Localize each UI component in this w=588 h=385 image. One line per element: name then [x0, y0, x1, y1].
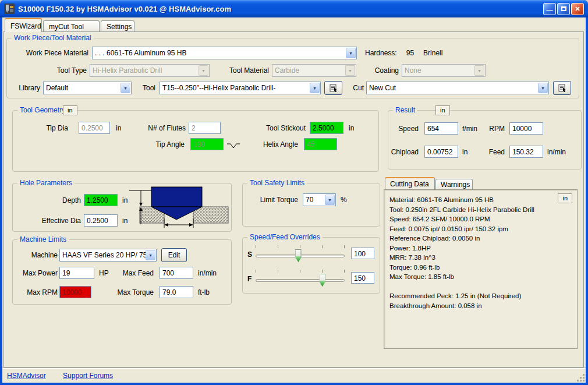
- flutes-label: N# of Flutes: [133, 124, 186, 133]
- tool-list-button[interactable]: [324, 81, 342, 95]
- coating-label: Coating: [353, 66, 399, 75]
- tab-cutting-data[interactable]: Cutting Data: [385, 177, 435, 189]
- tool-safety-limits-group: Tool Safety Limits Limit Torque 70 ▼ %: [242, 183, 380, 227]
- app-icon: [4, 3, 15, 14]
- edit-machine-button[interactable]: Edit: [161, 248, 187, 262]
- max-rpm-label: Max RPM: [13, 288, 58, 297]
- tool-value: T15--0.250"--Hi-Helix Parabolic Drill-: [162, 84, 275, 92]
- tool-stickout-field[interactable]: 2.5000: [310, 122, 343, 134]
- cutting-data-line: Tool: 0.250in 2FL Carbide Hi-Helix Parab…: [389, 205, 573, 215]
- maximize-button[interactable]: [557, 3, 570, 15]
- effective-dia-field[interactable]: 0.2500: [84, 214, 118, 227]
- cutting-data-line: Breakthrough Amount: 0.058 in: [389, 301, 573, 311]
- max-rpm-field[interactable]: 10000: [59, 286, 91, 298]
- tool-stickout-label: Tool Stickout: [253, 124, 306, 133]
- group-title: Machine Limits: [17, 235, 69, 243]
- limit-torque-label: Limit Torque: [243, 196, 298, 204]
- max-feed-field[interactable]: 700: [160, 267, 193, 279]
- result-group: Result in Speed 654 f/min RPM 10000 Chip…: [388, 110, 582, 169]
- group-title: Hole Parameters: [17, 179, 75, 187]
- chevron-down-icon[interactable]: ▼: [346, 48, 356, 58]
- chevron-down-icon: ▼: [199, 65, 208, 76]
- tool-select[interactable]: T15--0.250"--Hi-Helix Parabolic Drill- ▼: [160, 82, 321, 94]
- tab-cutting-data-label: Cutting Data: [390, 180, 429, 188]
- app-window: S10000 F150.32 by HSMAdvisor v0.021 @ HS…: [0, 0, 588, 385]
- limit-torque-select[interactable]: 70 ▼: [303, 193, 336, 206]
- chevron-down-icon[interactable]: ▼: [146, 250, 155, 260]
- hole-parameters-group: Hole Parameters Depth 1.2500 in Effectiv…: [12, 183, 232, 232]
- depth-field[interactable]: 1.2500: [84, 194, 118, 206]
- flutes-field: 2: [189, 122, 221, 134]
- speed-override-value[interactable]: 100: [351, 248, 374, 259]
- tip-dia-label: Tip Dia: [13, 124, 68, 133]
- limit-torque-value: 70: [306, 196, 313, 204]
- depth-unit: in: [122, 196, 127, 205]
- tab-warnings[interactable]: Warnings: [435, 179, 473, 189]
- cutting-data-line: Recommended Peck: 1.25 in (Not Required): [389, 291, 573, 301]
- cutting-data-text: Material: 6061-T6 Aluminum 95 HBTool: 0.…: [389, 195, 573, 310]
- speed-override-label: S: [247, 250, 252, 259]
- edit-button-label: Edit: [168, 251, 180, 259]
- machine-limits-group: Machine Limits Machine HAAS VF Series 20…: [12, 239, 232, 305]
- cutting-data-line: Material: 6061-T6 Aluminum 95 HB: [389, 195, 573, 205]
- support-forums-link[interactable]: Support Forums: [63, 372, 113, 380]
- speed-field[interactable]: 654: [424, 122, 458, 135]
- feed-slider-thumb[interactable]: [319, 274, 325, 287]
- library-select[interactable]: Default ▼: [43, 82, 132, 94]
- coating-value: None: [405, 66, 421, 75]
- cut-value: New Cut: [369, 84, 396, 92]
- work-piece-material-select[interactable]: . . . 6061-T6 Aluminum 95 HB ▼: [92, 47, 357, 59]
- chevron-down-icon[interactable]: ▼: [538, 83, 548, 93]
- cutting-data-line: Reference Chipload: 0.0050 in: [389, 234, 573, 243]
- coating-select: None ▼: [402, 64, 486, 77]
- max-feed-unit: in/min: [198, 269, 217, 278]
- tool-material-select: Carbide ▼: [272, 64, 356, 77]
- chevron-down-icon[interactable]: ▼: [325, 195, 335, 205]
- work-piece-tool-material-group: Work Piece/Tool Material Work Piece Mate…: [6, 38, 579, 98]
- max-power-field[interactable]: 19: [59, 267, 94, 279]
- tool-label: Tool: [135, 84, 155, 93]
- chevron-down-icon[interactable]: ▼: [121, 83, 130, 93]
- tab-fswizard[interactable]: FSWizard: [5, 18, 42, 32]
- group-title: Tool Safety Limits: [247, 179, 307, 187]
- tab-mycut-tool-db[interactable]: myCut Tool DB: [43, 20, 100, 32]
- status-bar: HSMAdvisor Support Forums: [2, 368, 586, 383]
- chevron-down-icon[interactable]: ▼: [310, 83, 320, 93]
- chipload-field[interactable]: 0.00752: [424, 146, 458, 158]
- feed-override-value[interactable]: 150: [351, 272, 374, 284]
- speed-slider-thumb[interactable]: [295, 249, 302, 262]
- tool-material-value: Carbide: [275, 66, 299, 75]
- speed-feed-overrides-group: Speed/Feed Overrides S 100 F 150: [242, 237, 380, 294]
- tab-settings[interactable]: Settings: [101, 20, 134, 32]
- speed-override-slider[interactable]: [256, 245, 345, 264]
- cut-label: Cut: [348, 84, 364, 93]
- hardness-unit: Brinell: [423, 49, 442, 58]
- title-bar: S10000 F150.32 by HSMAdvisor v0.021 @ HS…: [0, 0, 588, 17]
- effective-dia-label: Effective Dia: [13, 217, 81, 225]
- close-button[interactable]: ✕: [571, 3, 584, 15]
- cutting-data-line: [389, 282, 573, 292]
- machine-select[interactable]: HAAS VF Series 20 HP/ 750 ▼: [59, 249, 157, 262]
- hardness-label: Hardness:: [365, 49, 397, 58]
- max-feed-label: Max Feed: [112, 269, 154, 278]
- hardness-readout: Hardness: 95 Brinell: [365, 49, 442, 58]
- feed-override-label: F: [247, 275, 252, 284]
- cutting-data-line: Feed: 0.0075 ipt/ 0.0150 ipr/ 150.32 ipm: [389, 224, 573, 234]
- cutting-data-line: MRR: 7.38 in^3: [389, 253, 573, 263]
- rpm-field[interactable]: 10000: [509, 122, 543, 135]
- tool-geometry-unit-tag[interactable]: in: [63, 105, 77, 115]
- hsmadvisor-link[interactable]: HSMAdvisor: [7, 372, 46, 380]
- cut-select[interactable]: New Cut ▼: [366, 82, 549, 94]
- minimize-button[interactable]: —: [543, 3, 556, 15]
- result-unit-tag[interactable]: in: [435, 105, 450, 115]
- feed-override-slider[interactable]: [256, 269, 345, 289]
- tab-warnings-label: Warnings: [441, 181, 470, 189]
- tab-fswizard-label: FSWizard: [10, 22, 41, 30]
- cut-list-button[interactable]: [553, 81, 571, 95]
- feed-field[interactable]: 150.32: [509, 146, 543, 158]
- tool-type-select: Hi-Helix Parabolic Drill ▼: [90, 64, 210, 77]
- resize-grip-icon[interactable]: [577, 374, 585, 382]
- slider-track[interactable]: [256, 279, 345, 282]
- max-torque-field[interactable]: 79.0: [160, 286, 193, 298]
- hardness-value: 95: [406, 49, 414, 58]
